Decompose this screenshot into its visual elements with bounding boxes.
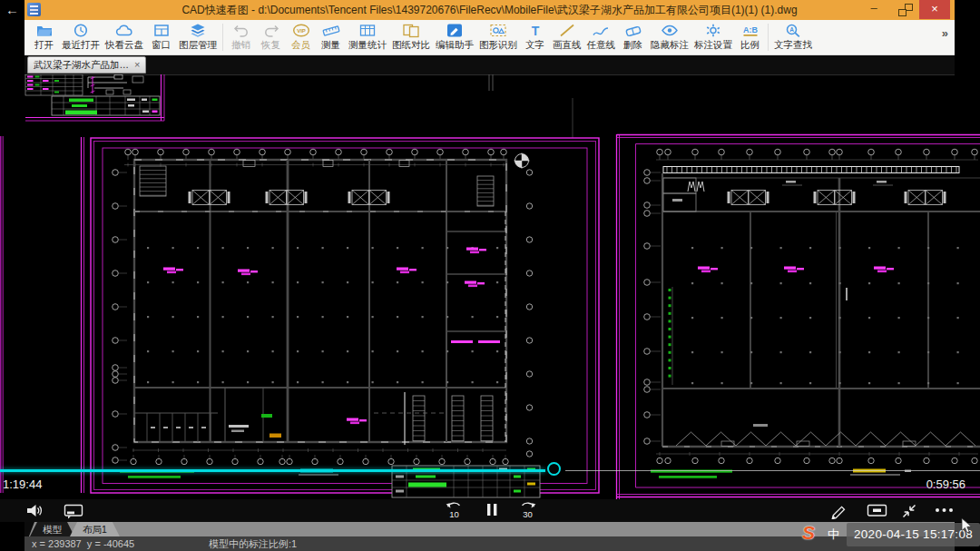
skip-forward-button[interactable]: 30 [517, 501, 539, 520]
toolbar-button-label: 图纸对比 [392, 38, 430, 52]
shape-recognition-icon [488, 23, 508, 38]
toolbar-button-scale-ratio[interactable]: A:B比例 [735, 23, 765, 52]
mini-player-icon [867, 504, 888, 518]
cad-drawing[interactable] [0, 74, 980, 499]
speaker-icon [25, 503, 44, 518]
toolbar: » 打开最近打开快看云盘窗口图层管理撤销恢复VIP会员测量测量统计图纸对比编辑助… [24, 20, 955, 55]
annotate-button[interactable] [829, 502, 848, 519]
text-search-icon: A [783, 23, 803, 38]
volume-button[interactable] [25, 503, 44, 518]
toolbar-button-eraser[interactable]: 删除 [618, 23, 648, 52]
document-tab-label: 武汉梁子湖水产品加… [34, 59, 129, 72]
free-line-icon [591, 23, 611, 38]
exit-fullscreen-icon [900, 502, 918, 520]
toolbar-button-window[interactable]: 窗口 [146, 23, 176, 52]
player-bar: 10 30 [0, 499, 980, 522]
timeline-remaining-track[interactable] [565, 470, 980, 471]
cad-drawing-surface [0, 74, 980, 499]
layout-tab-layout1[interactable]: 布局1 [70, 522, 120, 536]
close-button[interactable]: × [919, 0, 950, 19]
rewind-10-icon: 10 [444, 501, 464, 520]
toolbar-button-vip[interactable]: VIP会员 [286, 23, 316, 52]
remaining-time: 0:59:56 [926, 477, 965, 491]
redo-icon [261, 23, 281, 38]
toolbar-button-label: 文字 [525, 38, 544, 52]
toolbar-button-label: 恢复 [261, 38, 280, 52]
toolbar-button-edit-assistant[interactable]: 编辑助手 [433, 23, 476, 52]
subtitle-button[interactable] [64, 504, 83, 519]
close-tab-icon[interactable]: × [134, 60, 140, 70]
toolbar-button-label: 画直线 [553, 38, 582, 52]
toolbar-button-layers[interactable]: 图层管理 [176, 23, 220, 52]
svg-text:VIP: VIP [297, 28, 306, 34]
recent-clock-icon [71, 23, 91, 38]
timeline-played[interactable] [0, 469, 545, 472]
toolbar-button-shape-recognition[interactable]: 图形识别 [476, 23, 520, 52]
annotation-scale-note: 模型中的标注比例:1 [209, 536, 297, 551]
layout-tabs-bar: 模型布局1 [24, 522, 955, 536]
forward-30-icon: 30 [517, 501, 539, 520]
toolbar-button-cloud-drive[interactable]: 快看云盘 [103, 23, 146, 52]
measure-stats-icon [358, 23, 377, 38]
status-bar: x = 239387 y = -40645 模型中的标注比例:1 [24, 536, 955, 551]
window-title: CAD快速看图 - d:\Documents\Tencent Files\143… [124, 0, 855, 20]
pause-icon [486, 503, 498, 517]
toolbar-button-free-line[interactable]: 任意线 [584, 23, 619, 52]
toolbar-button-label: 隐藏标注 [651, 38, 689, 52]
minimize-button[interactable]: – [866, 0, 882, 19]
ime-language-indicator[interactable]: 中 [828, 527, 839, 541]
subtitle-icon [64, 504, 83, 519]
more-dots-icon [935, 507, 955, 513]
toolbar-button-draw-line[interactable]: 画直线 [550, 23, 584, 52]
edit-assistant-icon [445, 23, 465, 38]
sogou-ime-logo[interactable]: S [802, 522, 815, 544]
toolbar-button-measure-stats[interactable]: 测量统计 [346, 23, 389, 52]
draw-line-icon [557, 23, 577, 38]
svg-text:30: 30 [523, 509, 533, 519]
pause-button[interactable] [486, 503, 498, 517]
toolbar-button-redo[interactable]: 恢复 [256, 23, 286, 52]
toolbar-button-label: 图形识别 [479, 38, 517, 52]
timeline-scrubber-handle[interactable] [547, 462, 561, 476]
exit-fullscreen-button[interactable] [900, 502, 918, 520]
text-icon: T [525, 23, 545, 38]
window-icon [152, 23, 172, 38]
toolbar-button-text-search[interactable]: A文字查找 [771, 23, 815, 52]
back-button[interactable]: ← [5, 2, 19, 18]
mini-player-button[interactable] [867, 504, 888, 518]
restore-button[interactable] [898, 4, 913, 16]
pencil-icon [829, 502, 848, 519]
toolbar-button-drawing-compare[interactable]: 图纸对比 [389, 23, 433, 52]
document-tab[interactable]: 武汉梁子湖水产品加… × [27, 56, 146, 74]
toolbar-button-label: 文字查找 [774, 38, 812, 52]
toolbar-button-open-folder[interactable]: 打开 [29, 23, 59, 52]
layout-tab-model[interactable]: 模型 [30, 522, 74, 536]
skip-back-button[interactable]: 10 [444, 501, 464, 520]
toolbar-button-label: 窗口 [152, 38, 171, 52]
toolbar-button-label: 任意线 [587, 38, 616, 52]
screen: ← CAD快速看图 - d:\Documents\Tencent Files\1… [0, 0, 980, 551]
mouse-cursor [959, 517, 974, 536]
annotation-settings-icon [703, 23, 723, 38]
scale-ratio-icon: A:B [740, 23, 760, 38]
elapsed-time: 1:19:44 [3, 477, 42, 491]
drawing-compare-icon [401, 23, 421, 38]
toolbar-button-label: 删除 [623, 38, 642, 52]
toolbar-button-label: 比例 [740, 38, 760, 52]
toolbar-button-hide-annotation[interactable]: 隐藏标注 [648, 23, 691, 52]
toolbar-button-recent-clock[interactable]: 最近打开 [59, 23, 103, 52]
toolbar-button-text[interactable]: T文字 [520, 23, 550, 52]
toolbar-button-measure[interactable]: 测量 [316, 23, 346, 52]
more-options-button[interactable] [935, 507, 955, 513]
toolbar-separator [768, 24, 769, 51]
toolbar-button-annotation-settings[interactable]: 标注设置 [691, 23, 735, 52]
toolbar-overflow-button[interactable]: » [942, 26, 948, 40]
toolbar-button-label: 测量统计 [348, 38, 387, 52]
toolbar-button-label: 打开 [34, 38, 54, 52]
svg-text:A:B: A:B [743, 25, 758, 34]
toolbar-button-undo[interactable]: 撤销 [226, 23, 256, 52]
measure-icon [321, 23, 341, 38]
app-icon [27, 3, 41, 16]
svg-text:10: 10 [449, 509, 459, 519]
svg-text:A: A [789, 26, 794, 33]
